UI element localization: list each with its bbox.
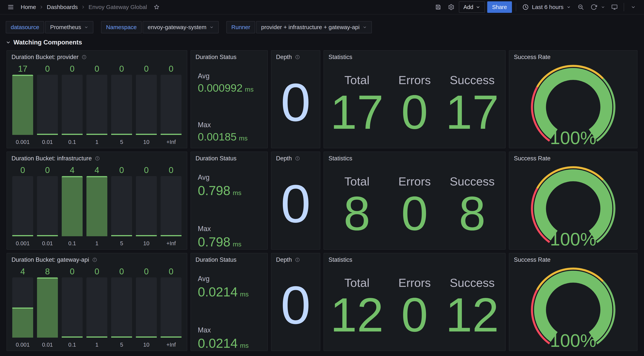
bar-fill xyxy=(12,235,33,236)
bar-track xyxy=(12,75,33,135)
stat-label: Total xyxy=(344,174,370,188)
bar-fill xyxy=(111,235,132,236)
bar-category-label: 5 xyxy=(111,338,132,348)
bar-value-label: 0 xyxy=(111,164,132,176)
bar-category-label: 0.01 xyxy=(37,135,58,145)
panel-title-bar[interactable]: Duration Status xyxy=(191,253,268,264)
breadcrumb-dashboards[interactable]: Dashboards xyxy=(47,4,78,10)
bar-fill xyxy=(160,235,182,236)
zoom-out-time-button[interactable] xyxy=(576,2,586,12)
max-metric: Max 0.00185ms xyxy=(198,121,260,143)
variable-namespace: Namespace envoy-gateway-system xyxy=(101,21,219,33)
bar-category-label: 0.1 xyxy=(62,236,82,246)
info-icon[interactable] xyxy=(295,54,300,60)
success-rate-gauge: 100% xyxy=(528,64,618,146)
info-icon[interactable] xyxy=(295,257,300,262)
variable-label: Runner xyxy=(226,21,255,33)
bar-column: 00.01 xyxy=(37,63,58,145)
favorite-button[interactable] xyxy=(151,2,162,12)
stat-label: Success xyxy=(450,276,495,290)
bar-fill xyxy=(12,75,33,135)
stat-value: 12 xyxy=(446,290,499,340)
refresh-controls xyxy=(588,2,607,12)
panel-title-bar[interactable]: Success Rate xyxy=(509,50,637,61)
info-icon[interactable] xyxy=(95,156,100,161)
statistics: Total 12 Errors 0 Success 12 xyxy=(324,264,505,351)
panel-title-bar[interactable]: Duration Bucket: gateway-api xyxy=(7,253,187,264)
bar-category-label: 10 xyxy=(136,135,157,145)
bar-category-label: 0.001 xyxy=(12,236,33,246)
row-toggle-watching-components[interactable]: Watching Components xyxy=(0,33,644,46)
share-button[interactable]: Share xyxy=(487,1,512,13)
namespace-select[interactable]: envoy-gateway-system xyxy=(142,21,219,33)
refresh-interval-dropdown[interactable] xyxy=(599,2,607,12)
gauge-value: 100% xyxy=(550,128,596,146)
monitor-icon xyxy=(611,4,618,10)
section-title: Watching Components xyxy=(14,39,82,46)
bar-gauge-chart: 00.00100.0140.141050100+Inf xyxy=(7,163,187,249)
panel-title-bar[interactable]: Duration Status xyxy=(191,152,268,163)
stat-errors: Errors 0 xyxy=(386,169,444,239)
time-range-label: Last 6 hours xyxy=(532,4,564,10)
bar-track xyxy=(62,278,82,338)
bar-column: 00.001 xyxy=(12,164,33,246)
stat-total: Total 17 xyxy=(328,68,386,138)
panel-title-bar[interactable]: Duration Status xyxy=(191,50,268,61)
panel-title-bar[interactable]: Statistics xyxy=(324,253,505,264)
refresh-button[interactable] xyxy=(588,2,599,12)
panel-title-bar[interactable]: Depth xyxy=(272,50,320,61)
gauge-container: 100% xyxy=(509,61,637,148)
datasource-select[interactable]: Prometheus xyxy=(45,21,93,33)
bar-value-label: 4 xyxy=(86,164,107,176)
panel-depth: Depth 0 xyxy=(271,50,320,148)
panel-title-bar[interactable]: Success Rate xyxy=(509,152,637,163)
panel-title-bar[interactable]: Duration Bucket: infrastructure xyxy=(7,152,187,163)
info-icon[interactable] xyxy=(92,257,97,262)
stat-value: 17 xyxy=(446,87,499,138)
bar-value-label: 4 xyxy=(12,266,33,278)
bar-column: 05 xyxy=(111,63,132,145)
menu-button[interactable] xyxy=(5,2,16,12)
gear-icon xyxy=(448,4,454,10)
stat-success: Success 12 xyxy=(443,270,501,340)
dashboard-settings-button[interactable] xyxy=(446,2,456,12)
panel-title-bar[interactable]: Statistics xyxy=(324,152,505,163)
kiosk-mode-button[interactable] xyxy=(609,2,620,12)
panel-title-bar[interactable]: Depth xyxy=(272,253,320,264)
bar-category-label: 0.001 xyxy=(12,338,33,348)
bar-fill xyxy=(160,134,182,135)
bar-column: 170.001 xyxy=(12,63,33,145)
breadcrumb-home[interactable]: Home xyxy=(21,4,36,10)
panel-title-bar[interactable]: Success Rate xyxy=(509,253,637,264)
panel-title-bar[interactable]: Depth xyxy=(272,152,320,163)
bar-column: 0+Inf xyxy=(160,164,182,246)
panel-title: Statistics xyxy=(328,155,352,162)
avg-metric: Avg 0.798ms xyxy=(198,174,260,198)
chevron-down-icon xyxy=(363,25,367,29)
bar-value-label: 0 xyxy=(136,164,157,176)
bar-column: 00.01 xyxy=(37,164,58,246)
success-rate-gauge: 100% xyxy=(528,165,618,247)
bar-track xyxy=(136,176,157,236)
bar-value-label: 0 xyxy=(62,266,82,278)
save-dashboard-button[interactable] xyxy=(433,2,444,12)
panel-title-bar[interactable]: Statistics xyxy=(324,50,505,61)
bar-value-label: 0 xyxy=(86,63,107,75)
add-button[interactable]: Add xyxy=(459,1,485,13)
bar-column: 05 xyxy=(111,266,132,348)
bar-track xyxy=(136,278,157,338)
stat-value: 0 xyxy=(401,188,428,239)
bar-track xyxy=(37,75,58,135)
metric-label: Max xyxy=(198,225,260,233)
panel-success-rate: Success Rate 100% xyxy=(509,152,638,250)
variable-runner: Runner provider + infrastructure + gatew… xyxy=(226,21,372,33)
time-range-picker[interactable]: Last 6 hours xyxy=(520,1,573,13)
metric-value: 0.0214ms xyxy=(198,284,260,299)
info-icon[interactable] xyxy=(82,54,87,60)
metric-value: 0.798ms xyxy=(198,183,260,198)
bar-column: 00.1 xyxy=(62,63,82,145)
panel-title-bar[interactable]: Duration Bucket: provider xyxy=(7,50,187,61)
runner-select[interactable]: provider + infrastructure + gateway-api xyxy=(256,21,372,33)
collapse-toolbar-button[interactable] xyxy=(628,2,639,12)
info-icon[interactable] xyxy=(295,156,300,161)
